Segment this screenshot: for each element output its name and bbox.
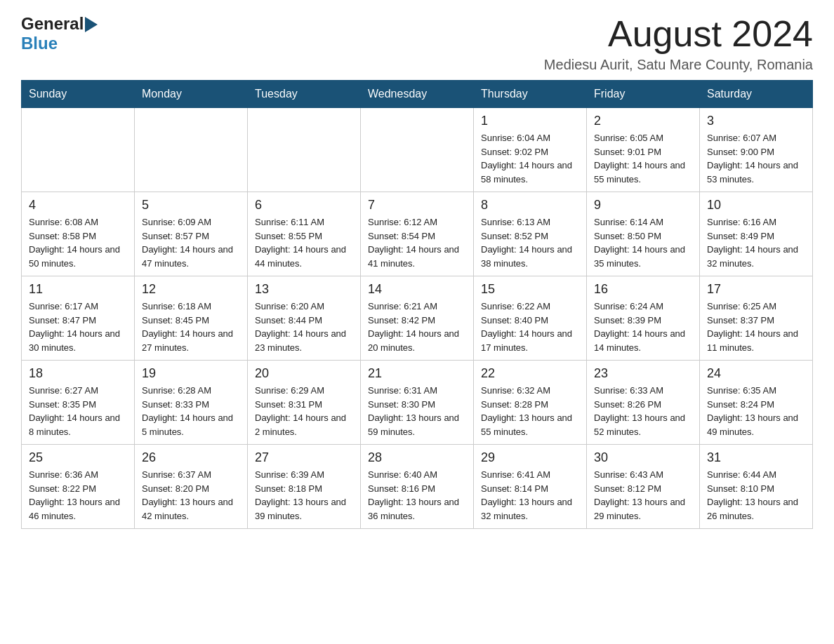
table-row: 20Sunrise: 6:29 AMSunset: 8:31 PMDayligh… bbox=[248, 361, 361, 445]
header-sunday: Sunday bbox=[22, 81, 135, 108]
day-info: Sunrise: 6:04 AMSunset: 9:02 PMDaylight:… bbox=[481, 131, 579, 186]
day-number: 15 bbox=[481, 282, 579, 297]
table-row: 13Sunrise: 6:20 AMSunset: 8:44 PMDayligh… bbox=[248, 276, 361, 361]
calendar-week-row: 1Sunrise: 6:04 AMSunset: 9:02 PMDaylight… bbox=[22, 108, 813, 192]
day-info: Sunrise: 6:25 AMSunset: 8:37 PMDaylight:… bbox=[707, 300, 805, 354]
day-number: 19 bbox=[142, 366, 240, 381]
day-number: 3 bbox=[707, 114, 805, 128]
day-info: Sunrise: 6:22 AMSunset: 8:40 PMDaylight:… bbox=[481, 300, 579, 354]
day-number: 4 bbox=[29, 198, 127, 213]
header-saturday: Saturday bbox=[700, 81, 813, 108]
header-tuesday: Tuesday bbox=[248, 81, 361, 108]
day-info: Sunrise: 6:27 AMSunset: 8:35 PMDaylight:… bbox=[29, 384, 127, 438]
table-row: 24Sunrise: 6:35 AMSunset: 8:24 PMDayligh… bbox=[700, 361, 813, 445]
table-row: 6Sunrise: 6:11 AMSunset: 8:55 PMDaylight… bbox=[248, 192, 361, 276]
svg-marker-0 bbox=[85, 17, 98, 32]
table-row bbox=[248, 108, 361, 192]
table-row: 9Sunrise: 6:14 AMSunset: 8:50 PMDaylight… bbox=[587, 192, 700, 276]
day-number: 31 bbox=[707, 450, 805, 465]
page-subtitle: Mediesu Aurit, Satu Mare County, Romania bbox=[544, 57, 813, 73]
day-number: 29 bbox=[481, 450, 579, 465]
table-row bbox=[22, 108, 135, 192]
table-row: 25Sunrise: 6:36 AMSunset: 8:22 PMDayligh… bbox=[22, 445, 135, 529]
day-number: 26 bbox=[142, 450, 240, 465]
table-row: 14Sunrise: 6:21 AMSunset: 8:42 PMDayligh… bbox=[361, 276, 474, 361]
calendar-week-row: 18Sunrise: 6:27 AMSunset: 8:35 PMDayligh… bbox=[22, 361, 813, 445]
table-row: 2Sunrise: 6:05 AMSunset: 9:01 PMDaylight… bbox=[587, 108, 700, 192]
day-number: 7 bbox=[368, 198, 466, 213]
day-info: Sunrise: 6:37 AMSunset: 8:20 PMDaylight:… bbox=[142, 468, 240, 523]
day-info: Sunrise: 6:33 AMSunset: 8:26 PMDaylight:… bbox=[594, 384, 692, 438]
day-number: 17 bbox=[707, 282, 805, 297]
day-info: Sunrise: 6:21 AMSunset: 8:42 PMDaylight:… bbox=[368, 300, 466, 354]
calendar-week-row: 4Sunrise: 6:08 AMSunset: 8:58 PMDaylight… bbox=[22, 192, 813, 276]
table-row: 28Sunrise: 6:40 AMSunset: 8:16 PMDayligh… bbox=[361, 445, 474, 529]
calendar-table: Sunday Monday Tuesday Wednesday Thursday… bbox=[21, 80, 813, 529]
table-row: 11Sunrise: 6:17 AMSunset: 8:47 PMDayligh… bbox=[22, 276, 135, 361]
table-row: 12Sunrise: 6:18 AMSunset: 8:45 PMDayligh… bbox=[135, 276, 248, 361]
table-row: 31Sunrise: 6:44 AMSunset: 8:10 PMDayligh… bbox=[700, 445, 813, 529]
day-info: Sunrise: 6:17 AMSunset: 8:47 PMDaylight:… bbox=[29, 300, 127, 354]
day-info: Sunrise: 6:11 AMSunset: 8:55 PMDaylight:… bbox=[255, 215, 353, 270]
day-number: 14 bbox=[368, 282, 466, 297]
day-info: Sunrise: 6:32 AMSunset: 8:28 PMDaylight:… bbox=[481, 384, 579, 438]
page-header: General Blue August 2024 Mediesu Aurit, … bbox=[21, 14, 813, 73]
day-info: Sunrise: 6:14 AMSunset: 8:50 PMDaylight:… bbox=[594, 215, 692, 270]
day-number: 1 bbox=[481, 114, 579, 128]
day-number: 8 bbox=[481, 198, 579, 213]
day-number: 23 bbox=[594, 366, 692, 381]
table-row: 8Sunrise: 6:13 AMSunset: 8:52 PMDaylight… bbox=[474, 192, 587, 276]
logo-triangle-icon bbox=[85, 17, 98, 32]
table-row: 27Sunrise: 6:39 AMSunset: 8:18 PMDayligh… bbox=[248, 445, 361, 529]
day-info: Sunrise: 6:20 AMSunset: 8:44 PMDaylight:… bbox=[255, 300, 353, 354]
table-row: 21Sunrise: 6:31 AMSunset: 8:30 PMDayligh… bbox=[361, 361, 474, 445]
header-thursday: Thursday bbox=[474, 81, 587, 108]
day-number: 6 bbox=[255, 198, 353, 213]
day-number: 24 bbox=[707, 366, 805, 381]
day-info: Sunrise: 6:18 AMSunset: 8:45 PMDaylight:… bbox=[142, 300, 240, 354]
logo-general-text: General bbox=[21, 14, 84, 34]
day-number: 13 bbox=[255, 282, 353, 297]
header-friday: Friday bbox=[587, 81, 700, 108]
day-number: 20 bbox=[255, 366, 353, 381]
table-row: 30Sunrise: 6:43 AMSunset: 8:12 PMDayligh… bbox=[587, 445, 700, 529]
table-row: 15Sunrise: 6:22 AMSunset: 8:40 PMDayligh… bbox=[474, 276, 587, 361]
table-row: 7Sunrise: 6:12 AMSunset: 8:54 PMDaylight… bbox=[361, 192, 474, 276]
day-info: Sunrise: 6:08 AMSunset: 8:58 PMDaylight:… bbox=[29, 215, 127, 270]
day-number: 16 bbox=[594, 282, 692, 297]
day-info: Sunrise: 6:41 AMSunset: 8:14 PMDaylight:… bbox=[481, 468, 579, 523]
calendar-week-row: 25Sunrise: 6:36 AMSunset: 8:22 PMDayligh… bbox=[22, 445, 813, 529]
header-monday: Monday bbox=[135, 81, 248, 108]
day-number: 5 bbox=[142, 198, 240, 213]
day-number: 10 bbox=[707, 198, 805, 213]
table-row: 3Sunrise: 6:07 AMSunset: 9:00 PMDaylight… bbox=[700, 108, 813, 192]
table-row: 23Sunrise: 6:33 AMSunset: 8:26 PMDayligh… bbox=[587, 361, 700, 445]
day-info: Sunrise: 6:43 AMSunset: 8:12 PMDaylight:… bbox=[594, 468, 692, 523]
day-number: 12 bbox=[142, 282, 240, 297]
day-info: Sunrise: 6:28 AMSunset: 8:33 PMDaylight:… bbox=[142, 384, 240, 438]
page-title: August 2024 bbox=[544, 14, 813, 54]
day-number: 30 bbox=[594, 450, 692, 465]
logo: General Blue bbox=[21, 14, 98, 53]
table-row: 4Sunrise: 6:08 AMSunset: 8:58 PMDaylight… bbox=[22, 192, 135, 276]
day-info: Sunrise: 6:13 AMSunset: 8:52 PMDaylight:… bbox=[481, 215, 579, 270]
table-row: 19Sunrise: 6:28 AMSunset: 8:33 PMDayligh… bbox=[135, 361, 248, 445]
table-row bbox=[135, 108, 248, 192]
logo-blue-text: Blue bbox=[21, 34, 58, 53]
day-number: 22 bbox=[481, 366, 579, 381]
day-number: 2 bbox=[594, 114, 692, 128]
day-number: 28 bbox=[368, 450, 466, 465]
day-info: Sunrise: 6:35 AMSunset: 8:24 PMDaylight:… bbox=[707, 384, 805, 438]
day-info: Sunrise: 6:29 AMSunset: 8:31 PMDaylight:… bbox=[255, 384, 353, 438]
table-row: 18Sunrise: 6:27 AMSunset: 8:35 PMDayligh… bbox=[22, 361, 135, 445]
table-row: 1Sunrise: 6:04 AMSunset: 9:02 PMDaylight… bbox=[474, 108, 587, 192]
day-info: Sunrise: 6:07 AMSunset: 9:00 PMDaylight:… bbox=[707, 131, 805, 186]
day-number: 21 bbox=[368, 366, 466, 381]
table-row: 29Sunrise: 6:41 AMSunset: 8:14 PMDayligh… bbox=[474, 445, 587, 529]
day-info: Sunrise: 6:16 AMSunset: 8:49 PMDaylight:… bbox=[707, 215, 805, 270]
day-info: Sunrise: 6:24 AMSunset: 8:39 PMDaylight:… bbox=[594, 300, 692, 354]
day-info: Sunrise: 6:36 AMSunset: 8:22 PMDaylight:… bbox=[29, 468, 127, 523]
day-info: Sunrise: 6:39 AMSunset: 8:18 PMDaylight:… bbox=[255, 468, 353, 523]
header-wednesday: Wednesday bbox=[361, 81, 474, 108]
day-number: 11 bbox=[29, 282, 127, 297]
